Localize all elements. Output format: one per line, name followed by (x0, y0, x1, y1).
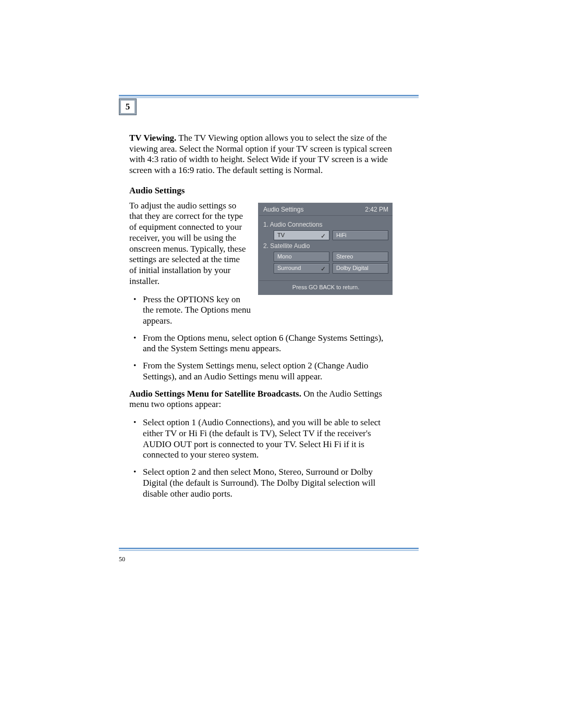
list-item: Press the OPTIONS key on the remote. The… (130, 294, 263, 327)
osd-section1-label: 1. Audio Connections (263, 221, 388, 229)
tv-viewing-heading: TV Viewing. (129, 133, 176, 143)
audio-intro-paragraph: To adjust the audio settings so that the… (129, 201, 249, 287)
osd-title: Audio Settings (263, 206, 303, 214)
check-icon (321, 233, 326, 238)
osd-option-surround[interactable]: Surround (274, 263, 329, 273)
bullet-list-top: Press the OPTIONS key on the remote. The… (130, 294, 393, 382)
osd-option-mono[interactable]: Mono (274, 252, 329, 262)
osd-option-dolby[interactable]: Dolby Digital (333, 263, 388, 273)
audio-settings-heading: Audio Settings (129, 186, 393, 196)
osd-option-tv[interactable]: TV (274, 230, 329, 240)
page-number: 50 (119, 556, 125, 563)
body-content: TV Viewing. The TV Viewing option allows… (129, 133, 393, 505)
osd-time: 2:42 PM (365, 206, 388, 214)
list-item: From the System Settings menu, select op… (130, 361, 393, 382)
chapter-number: 5 (121, 101, 134, 113)
list-item: Select option 2 and then select Mono, St… (130, 467, 393, 499)
satellite-heading: Audio Settings Menu for Satellite Broadc… (129, 389, 301, 399)
list-item: Select option 1 (Audio Connections), and… (130, 417, 393, 461)
bullet-list-sat: Select option 1 (Audio Connections), and… (130, 417, 393, 499)
osd-section2-label: 2. Satellite Audio (263, 242, 388, 250)
list-item: From the Options menu, select option 6 (… (130, 333, 393, 354)
tv-viewing-paragraph: TV Viewing. The TV Viewing option allows… (129, 133, 393, 176)
osd-option-stereo[interactable]: Stereo (333, 252, 388, 262)
satellite-paragraph: Audio Settings Menu for Satellite Broadc… (129, 389, 393, 410)
top-rule (119, 95, 419, 98)
osd-footer: Press GO BACK to return. (259, 280, 393, 294)
bottom-rule (119, 548, 419, 551)
chapter-number-box: 5 (119, 98, 137, 115)
osd-screenshot: Audio Settings 2:42 PM 1. Audio Connecti… (258, 203, 393, 295)
osd-option-hifi[interactable]: HiFi (333, 230, 388, 240)
check-icon (321, 266, 326, 271)
